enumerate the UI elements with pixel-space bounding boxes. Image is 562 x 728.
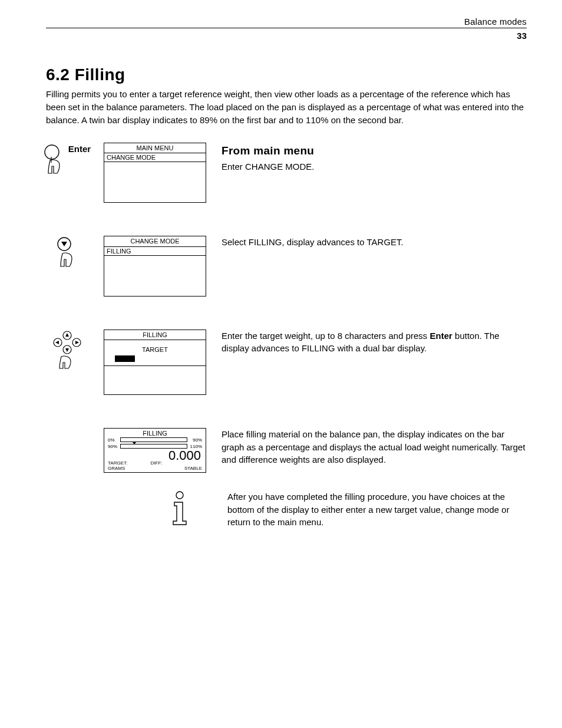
info-icon xyxy=(168,490,191,527)
svg-marker-8 xyxy=(55,341,59,344)
bar1-left: 0% xyxy=(108,437,118,443)
svg-marker-2 xyxy=(61,242,67,246)
step-subheading: From main menu xyxy=(222,143,527,159)
press-button-icon xyxy=(44,144,66,179)
stable-label: STABLE xyxy=(184,466,202,471)
step-desc: Select FILLING, display advances to TARG… xyxy=(222,236,527,249)
running-header: Balance modes xyxy=(46,17,527,28)
step-desc: Enter the target weight, up to 8 charact… xyxy=(222,330,527,355)
step-3: FILLING TARGET Enter the target weight, … xyxy=(46,330,527,395)
section-title: 6.2 Filling xyxy=(46,65,527,84)
screen-highlight: FILLING xyxy=(104,247,206,256)
step-5: After you have completed the filling pro… xyxy=(46,490,527,529)
screen-filling-target: FILLING TARGET xyxy=(104,330,206,395)
screen-center: TARGET xyxy=(104,340,206,354)
press-down-icon xyxy=(56,237,78,275)
screen-highlight: CHANGE MODE xyxy=(104,153,206,162)
page-number: 33 xyxy=(46,31,527,41)
screen-title: CHANGE MODE xyxy=(104,236,206,246)
units-label: GRAMS xyxy=(108,466,125,471)
step-desc: Place filling material on the balance pa… xyxy=(222,428,527,466)
bar1 xyxy=(120,437,187,442)
cursor-block xyxy=(115,355,135,362)
screen-filling-display: FILLING 0% 90% 90% 110% 0.000 TARGET: DI… xyxy=(104,428,206,473)
section-intro: Filling permits you to enter a target re… xyxy=(46,88,527,126)
fill-title: FILLING xyxy=(104,429,206,437)
bar2 xyxy=(120,444,187,449)
screen-title: MAIN MENU xyxy=(104,143,206,153)
step-desc: Enter CHANGE MODE. xyxy=(222,160,527,173)
bar1-right: 90% xyxy=(189,437,202,443)
dpad-icon xyxy=(51,331,83,373)
step-4: FILLING 0% 90% 90% 110% 0.000 TARGET: DI… xyxy=(46,428,527,473)
target-label: TARGET: xyxy=(108,460,127,466)
bar2-left: 90% xyxy=(108,444,118,449)
diff-label: DIFF: xyxy=(151,460,163,466)
step-desc: After you have completed the filling pro… xyxy=(227,490,527,529)
svg-marker-4 xyxy=(65,333,69,337)
svg-marker-6 xyxy=(65,348,69,352)
screen-main-menu: MAIN MENU CHANGE MODE xyxy=(104,143,206,203)
enter-label: Enter xyxy=(68,144,91,154)
svg-point-11 xyxy=(176,492,183,499)
step-2: CHANGE MODE FILLING Select FILLING, disp… xyxy=(46,236,527,296)
step-1: Enter MAIN MENU CHANGE MODE From main me… xyxy=(46,143,527,203)
screen-change-mode: CHANGE MODE FILLING xyxy=(104,236,206,296)
screen-title: FILLING xyxy=(104,330,206,340)
svg-marker-10 xyxy=(75,341,79,344)
svg-point-0 xyxy=(45,145,59,159)
